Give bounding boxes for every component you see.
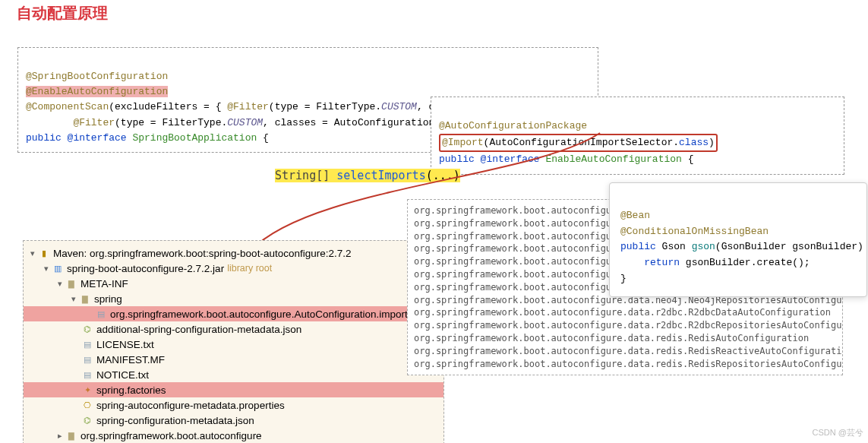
list-item: org.springframework.boot.autoconfigure.d… — [414, 306, 836, 319]
tree-row-spring[interactable]: ▾spring — [24, 291, 443, 306]
page-title: 自动配置原理 — [17, 3, 108, 24]
tree-row-addl[interactable]: additional-spring-configuration-metadata… — [24, 321, 443, 337]
folder-icon — [65, 277, 77, 290]
json-icon — [81, 323, 93, 335]
chevron-down-icon[interactable]: ▾ — [27, 248, 38, 258]
tree-row-json[interactable]: spring-configuration-metadata.json — [24, 413, 443, 428]
tree-row-jar[interactable]: ▾spring-boot-autoconfigure-2.7.2.jarlibr… — [24, 261, 443, 276]
file-icon — [81, 369, 93, 381]
json-icon — [81, 414, 93, 426]
file-icon — [81, 353, 93, 365]
file-icon — [95, 308, 107, 320]
list-item: org.springframework.boot.autoconfigure.d… — [414, 358, 836, 371]
chevron-down-icon[interactable]: ▾ — [68, 294, 79, 304]
tree-row-pkg[interactable]: ▸org.springframework.boot.autoconfigure — [24, 428, 443, 443]
folder-icon — [65, 429, 77, 441]
chevron-down-icon[interactable]: ▾ — [54, 279, 65, 289]
list-item: org.springframework.boot.autoconfigure.d… — [414, 319, 836, 332]
select-imports-call: String[] selectImports(...) — [275, 169, 460, 182]
jar-icon — [52, 262, 64, 274]
chevron-down-icon[interactable]: ▾ — [40, 264, 52, 274]
tree-row-manifest[interactable]: MANIFEST.MF — [24, 352, 443, 367]
list-item: org.springframework.boot.autoconfigure.d… — [414, 332, 836, 345]
factories-icon — [81, 384, 93, 396]
codebox-bean: @Bean @ConditionalOnMissingBean public G… — [609, 182, 867, 297]
chevron-right-icon[interactable]: ▸ — [54, 431, 65, 441]
library-icon — [38, 247, 50, 259]
folder-icon — [79, 293, 91, 305]
tree-row-maven[interactable]: ▾Maven: org.springframework.boot:spring-… — [24, 245, 443, 261]
list-item: org.springframework.boot.autoconfigure.d… — [414, 345, 836, 358]
tree-row-license[interactable]: LICENSE.txt — [24, 337, 443, 352]
ann-autoconfigpkg: @AutoConfigurationPackage — [439, 120, 587, 131]
tree-row-factories[interactable]: spring.factories — [24, 382, 443, 397]
tree-row-metainf[interactable]: ▾META-INF — [24, 276, 443, 291]
codebox-enableautoconfig: @AutoConfigurationPackage @Import(AutoCo… — [431, 97, 844, 175]
tree-row-imports[interactable]: org.springframework.boot.autoconfigure.A… — [24, 306, 443, 321]
credit-text: CSDN @芸兮 — [813, 427, 863, 438]
tree-row-props[interactable]: spring-autoconfigure-metadata.properties — [24, 397, 443, 413]
properties-icon — [81, 399, 93, 411]
project-tree[interactable]: ▾Maven: org.springframework.boot:spring-… — [23, 240, 444, 443]
ann-enableautoconfig: @EnableAutoConfiguration — [26, 86, 168, 97]
tree-row-notice[interactable]: NOTICE.txt — [24, 367, 443, 382]
file-icon — [81, 338, 93, 350]
ann-springbootconfig: @SpringBootConfiguration — [26, 71, 168, 82]
